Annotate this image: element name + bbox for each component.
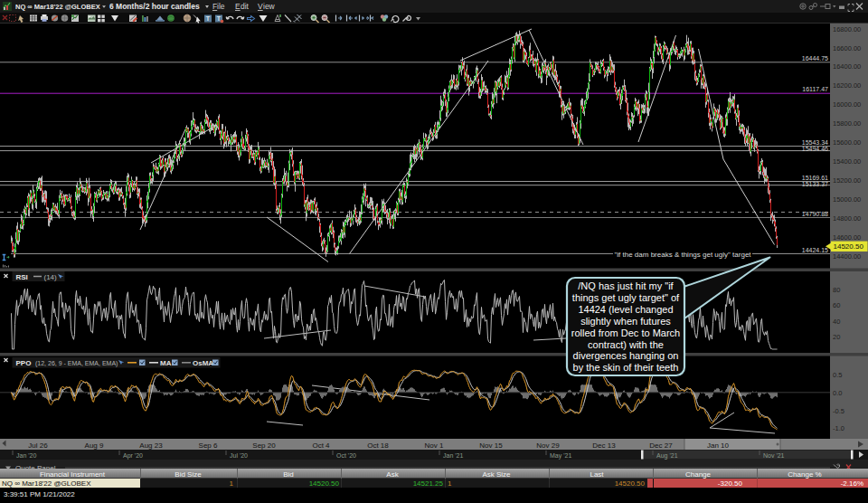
svg-text:Change %: Change % bbox=[788, 470, 821, 479]
svg-text:Aug 23: Aug 23 bbox=[139, 441, 163, 450]
svg-text:NQ ∞ Mar18'22 @GLOBEX: NQ ∞ Mar18'22 @GLOBEX bbox=[2, 479, 91, 488]
svg-text:RSI: RSI bbox=[16, 273, 28, 281]
svg-text:-2.16%: -2.16% bbox=[841, 479, 863, 488]
svg-text:16117.47: 16117.47 bbox=[802, 86, 828, 92]
svg-text:14400.00: 14400.00 bbox=[833, 252, 861, 261]
svg-text:80: 80 bbox=[833, 286, 840, 294]
svg-text:1: 1 bbox=[448, 479, 452, 488]
svg-text:Ask: Ask bbox=[386, 470, 399, 479]
svg-text:15543.34: 15543.34 bbox=[802, 139, 828, 146]
svg-text:16444.75: 16444.75 bbox=[802, 55, 828, 62]
svg-text:Jul 26: Jul 26 bbox=[28, 441, 48, 450]
svg-text:(12, 26, 9 - EMA, EMA, EMA): (12, 26, 9 - EMA, EMA, EMA) bbox=[35, 360, 118, 367]
svg-text:Oct 18: Oct 18 bbox=[367, 441, 389, 450]
svg-text:Nov 1: Nov 1 bbox=[425, 441, 444, 450]
svg-text:Nov 15: Nov 15 bbox=[479, 441, 503, 450]
svg-text:14600.00: 14600.00 bbox=[833, 233, 861, 242]
svg-text:MA: MA bbox=[160, 359, 172, 367]
svg-text:16800.00: 16800.00 bbox=[833, 25, 861, 33]
svg-text:PPO: PPO bbox=[16, 359, 32, 367]
svg-text:Change: Change bbox=[685, 470, 712, 479]
svg-text:Ask Size: Ask Size bbox=[482, 470, 511, 479]
svg-text:14520.50: 14520.50 bbox=[615, 479, 646, 488]
svg-text:Sep 20: Sep 20 bbox=[252, 441, 276, 450]
svg-text:Aug '21: Aug '21 bbox=[656, 452, 678, 460]
svg-text:14520.50: 14520.50 bbox=[834, 242, 864, 251]
svg-text:-0.5: -0.5 bbox=[833, 407, 844, 415]
svg-text:(14): (14) bbox=[44, 273, 58, 281]
svg-text:OsMA: OsMA bbox=[193, 359, 213, 367]
svg-text:"if the dam breaks & things ge: "if the dam breaks & things get ugly" ta… bbox=[614, 251, 751, 259]
svg-text:Dec 13: Dec 13 bbox=[592, 441, 616, 450]
svg-text:-320.50: -320.50 bbox=[718, 479, 743, 488]
svg-text:20: 20 bbox=[833, 333, 840, 341]
svg-text:16200.00: 16200.00 bbox=[833, 81, 861, 90]
svg-text:Nov 29: Nov 29 bbox=[536, 441, 560, 450]
svg-text:Jan '20: Jan '20 bbox=[16, 452, 36, 459]
svg-text:15200.00: 15200.00 bbox=[833, 176, 861, 185]
svg-text:Apr '20: Apr '20 bbox=[123, 452, 143, 460]
svg-text:15600.00: 15600.00 bbox=[833, 138, 861, 147]
svg-text:15494.46: 15494.46 bbox=[802, 146, 828, 152]
svg-text:14424.15: 14424.15 bbox=[802, 247, 828, 253]
svg-text:Jul '20: Jul '20 bbox=[230, 452, 248, 459]
svg-text:-1.0: -1.0 bbox=[833, 424, 844, 432]
svg-text:Dec 27: Dec 27 bbox=[649, 441, 673, 450]
svg-text:15000.00: 15000.00 bbox=[833, 195, 861, 204]
svg-text:Sep 6: Sep 6 bbox=[199, 441, 218, 450]
svg-text:Oct '20: Oct '20 bbox=[336, 452, 356, 459]
svg-text:Bid: Bid bbox=[283, 470, 294, 479]
svg-text:1: 1 bbox=[230, 479, 234, 488]
svg-text:Oct 4: Oct 4 bbox=[312, 441, 330, 450]
svg-text:16600.00: 16600.00 bbox=[833, 44, 861, 52]
svg-text:15133.37: 15133.37 bbox=[802, 181, 828, 187]
svg-text:Financial Instrument: Financial Instrument bbox=[40, 470, 106, 479]
svg-text:Bid Size: Bid Size bbox=[175, 470, 202, 479]
svg-text:Aug 9: Aug 9 bbox=[85, 441, 104, 450]
svg-text:60: 60 bbox=[833, 301, 840, 309]
svg-text:Jan '21: Jan '21 bbox=[443, 452, 463, 459]
svg-text:0.0: 0.0 bbox=[833, 389, 842, 397]
svg-text:16400.00: 16400.00 bbox=[833, 62, 861, 71]
svg-text:Nov '21: Nov '21 bbox=[763, 452, 785, 459]
svg-text:Last: Last bbox=[590, 470, 604, 479]
svg-text:14790.88: 14790.88 bbox=[802, 211, 828, 217]
svg-text:16000.00: 16000.00 bbox=[833, 100, 861, 109]
svg-text:14521.25: 14521.25 bbox=[413, 479, 444, 488]
svg-text:14800.00: 14800.00 bbox=[833, 214, 861, 223]
svg-text:May '21: May '21 bbox=[550, 452, 571, 460]
svg-text:Jan 10: Jan 10 bbox=[707, 441, 730, 450]
svg-text:40: 40 bbox=[833, 318, 840, 326]
svg-text:15400.00: 15400.00 bbox=[833, 157, 861, 166]
svg-text:14520.50: 14520.50 bbox=[309, 479, 340, 488]
svg-text:0.5: 0.5 bbox=[833, 371, 842, 379]
svg-text:15800.00: 15800.00 bbox=[833, 119, 861, 128]
